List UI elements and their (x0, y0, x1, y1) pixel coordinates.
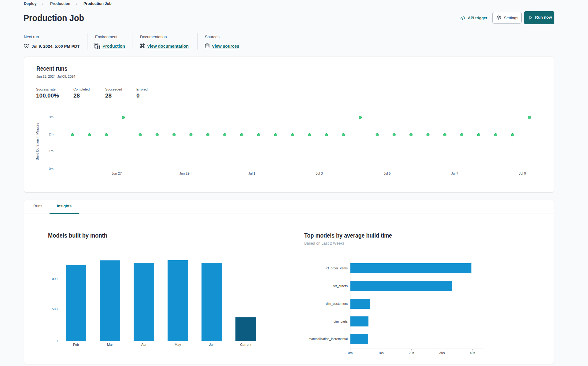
svg-text:10s: 10s (378, 351, 384, 355)
svg-text:1m: 1m (49, 149, 54, 153)
svg-text:Jun 27: Jun 27 (112, 172, 122, 175)
svg-text:Jun: Jun (209, 343, 215, 346)
svg-text:dim_parts: dim_parts (334, 320, 348, 323)
svg-text:30s: 30s (439, 351, 445, 355)
svg-text:20s: 20s (409, 351, 414, 355)
svg-text:Jul 9: Jul 9 (519, 172, 526, 175)
svg-text:3m: 3m (49, 115, 54, 119)
svg-text:0: 0 (56, 339, 57, 343)
svg-text:fct_order_items: fct_order_items (326, 266, 348, 270)
svg-text:2m: 2m (49, 132, 54, 136)
svg-text:Mar: Mar (107, 343, 113, 346)
svg-text:Jul 1: Jul 1 (248, 172, 255, 175)
svg-text:0m: 0m (49, 167, 54, 171)
svg-text:1000: 1000 (50, 277, 57, 281)
svg-text:dim_customers: dim_customers (326, 302, 348, 305)
svg-text:Jul 7: Jul 7 (451, 172, 458, 175)
svg-text:Jul 3: Jul 3 (316, 172, 323, 175)
svg-text:500: 500 (52, 307, 57, 311)
svg-text:Feb: Feb (73, 343, 79, 346)
svg-text:Build Duration in Minutes: Build Duration in Minutes (35, 123, 39, 160)
svg-text:materialization_incremental: materialization_incremental (309, 337, 348, 341)
svg-text:May: May (175, 343, 181, 346)
svg-text:Current: Current (240, 343, 251, 346)
svg-text:40s: 40s (470, 351, 475, 355)
svg-text:fct_orders: fct_orders (333, 284, 348, 288)
svg-text:Jul 5: Jul 5 (383, 172, 390, 175)
svg-text:0m: 0m (348, 351, 353, 355)
svg-text:Jun 29: Jun 29 (179, 172, 189, 175)
svg-text:Apr: Apr (141, 343, 146, 346)
